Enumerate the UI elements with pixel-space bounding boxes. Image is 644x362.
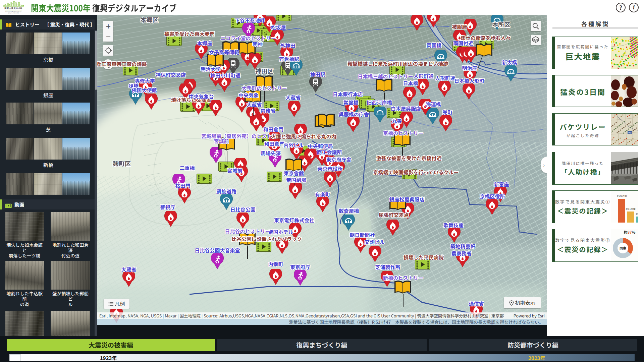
svg-text:関東大震災100年: 関東大震災100年: [4, 7, 22, 10]
svg-text:約37%: 約37%: [624, 229, 636, 235]
svg-text:関東: 関東: [620, 245, 626, 250]
svg-text:備えよう、明日の防災: 備えよう、明日の防災: [8, 12, 19, 14]
svg-text:約11万棟: 約11万棟: [626, 207, 636, 210]
svg-text:東京: 東京: [628, 131, 632, 134]
svg-text:約: 約: [636, 212, 638, 216]
svg-text:約29万棟: 約29万棟: [617, 194, 627, 197]
